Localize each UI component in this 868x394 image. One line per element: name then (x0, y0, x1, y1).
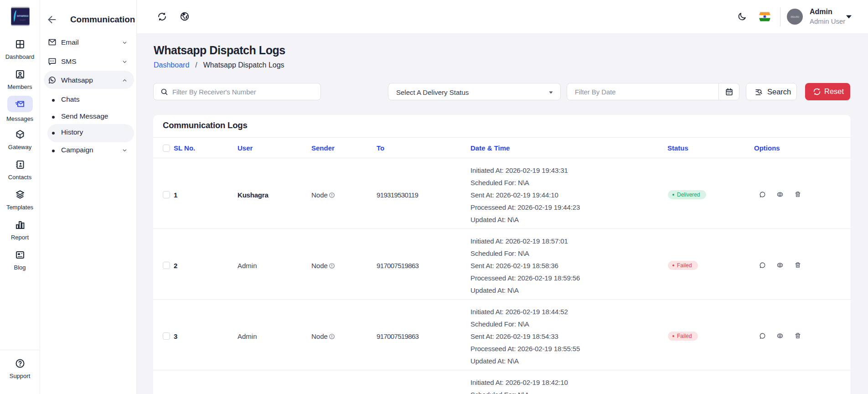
svg-text:DATABRIDGE: DATABRIDGE (17, 15, 29, 17)
svg-text:insights: insights (20, 19, 26, 21)
